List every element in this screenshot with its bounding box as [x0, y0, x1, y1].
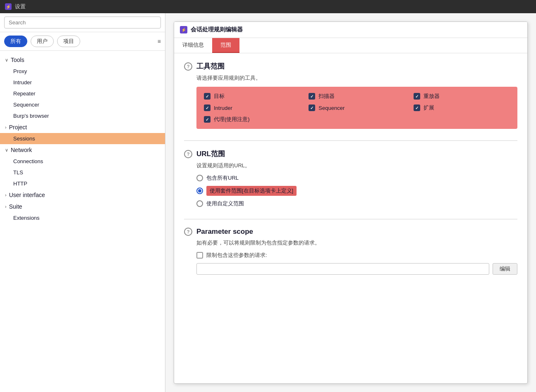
param-scope-checkbox-row[interactable]: 限制包含这些参数的请求:: [196, 252, 517, 259]
nav-item-sessions[interactable]: Sessions: [0, 133, 165, 144]
url-scope-desc: 设置规则适用的URL。: [196, 162, 517, 169]
filter-bar: 所有 用户 项目 ≡: [0, 32, 165, 51]
checkbox-proxy[interactable]: 代理(使用注意): [204, 116, 300, 123]
main-layout: 所有 用户 项目 ≡ ∨ Tools Proxy Intruder Repeat…: [0, 13, 536, 392]
filter-all-button[interactable]: 所有: [4, 36, 27, 47]
checkbox-sequencer-box[interactable]: [309, 105, 315, 111]
nav-item-burps-browser[interactable]: Burp's browser: [0, 110, 165, 121]
checkbox-repeater-label: 重放器: [424, 93, 440, 100]
dialog-title: 会话处理规则编辑器: [191, 26, 243, 33]
app-icon: ⚡: [5, 3, 12, 10]
checkbox-proxy-box[interactable]: [204, 116, 211, 123]
radio-all-url-circle[interactable]: [196, 175, 203, 181]
dialog-body: ? 工具范围 请选择要应用规则的工具。 目标 扫描器: [174, 53, 527, 383]
checkbox-sequencer[interactable]: Sequencer: [309, 104, 405, 112]
title-bar: ⚡ 设置: [0, 0, 536, 13]
checkbox-target-box[interactable]: [204, 93, 211, 100]
checkbox-sequencer-label: Sequencer: [318, 105, 345, 111]
param-scope-checkbox-label: 限制包含这些参数的请求:: [206, 252, 267, 259]
project-arrow-icon: ›: [5, 125, 7, 130]
param-scope-content: 限制包含这些参数的请求: 编辑: [196, 252, 517, 275]
param-scope-title: Parameter scope: [196, 228, 253, 236]
radio-suite-scope-label: 使用套件范围[在目标选项卡上定义]: [206, 186, 297, 196]
suite-label: Suite: [9, 203, 22, 210]
checkbox-target[interactable]: 目标: [204, 93, 300, 100]
radio-custom-scope-label: 使用自定义范围: [206, 200, 244, 207]
tab-scope[interactable]: 范围: [212, 38, 239, 53]
tool-scope-grid: 目标 扫描器 重放器 Intruder: [196, 87, 517, 129]
network-label: Network: [11, 147, 32, 153]
checkbox-scanner-box[interactable]: [309, 93, 315, 100]
dialog-tabs: 详细信息 范围: [174, 38, 527, 53]
radio-all-url[interactable]: 包含所有URL: [196, 174, 517, 182]
nav-list: ∨ Tools Proxy Intruder Repeater Sequence…: [0, 51, 165, 392]
dialog-titlebar: ⚡ 会话处理规则编辑器: [174, 22, 527, 38]
url-scope-section: ? URL范围 设置规则适用的URL。 包含所有URL 使用套件范围[在目标选项…: [184, 149, 517, 207]
checkbox-repeater-box[interactable]: [414, 93, 420, 100]
nav-group-network[interactable]: ∨ Network: [0, 144, 165, 156]
radio-suite-scope-circle[interactable]: [196, 188, 203, 194]
tools-arrow-icon: ∨: [5, 57, 8, 63]
nav-group-user-interface[interactable]: › User interface: [0, 189, 165, 201]
param-scope-desc: 如有必要，可以将规则限制为包含指定参数的请求。: [196, 239, 517, 247]
checkbox-intruder-label: Intruder: [214, 105, 232, 111]
app-title: 设置: [15, 3, 26, 10]
checkbox-scanner[interactable]: 扫描器: [309, 93, 405, 100]
dialog-icon: ⚡: [180, 26, 187, 33]
search-box: [0, 13, 165, 32]
nav-group-tools[interactable]: ∨ Tools: [0, 54, 165, 66]
param-scope-section: ? Parameter scope 如有必要，可以将规则限制为包含指定参数的请求…: [184, 228, 517, 275]
param-scope-checkbox[interactable]: [196, 252, 203, 259]
checkbox-extensions-box[interactable]: [414, 105, 420, 111]
url-scope-title: URL范围: [196, 149, 225, 159]
url-scope-header: ? URL范围: [184, 149, 517, 159]
nav-item-tls[interactable]: TLS: [0, 167, 165, 178]
radio-suite-scope[interactable]: 使用套件范围[在目标选项卡上定义]: [196, 186, 517, 196]
param-scope-edit-button[interactable]: 编辑: [493, 263, 517, 275]
divider-1: [184, 140, 517, 141]
param-scope-input-row: 编辑: [196, 263, 517, 275]
radio-custom-scope-circle[interactable]: [196, 200, 203, 207]
tab-details[interactable]: 详细信息: [174, 38, 212, 53]
checkbox-extensions[interactable]: 扩展: [414, 104, 510, 112]
nav-item-connections[interactable]: Connections: [0, 156, 165, 167]
checkbox-intruder[interactable]: Intruder: [204, 104, 300, 112]
filter-user-button[interactable]: 用户: [31, 36, 54, 47]
url-scope-help-icon[interactable]: ?: [184, 150, 192, 158]
tool-scope-desc: 请选择要应用规则的工具。: [196, 74, 517, 82]
ui-label: User interface: [9, 192, 45, 198]
radio-custom-scope[interactable]: 使用自定义范围: [196, 200, 517, 207]
nav-group-project[interactable]: › Project: [0, 121, 165, 133]
content-area: ⚡ 会话处理规则编辑器 详细信息 范围 ? 工具范围 请选择要应用规则的工具。: [165, 13, 536, 392]
sort-icon[interactable]: ≡: [158, 38, 161, 45]
checkbox-proxy-label: 代理(使用注意): [214, 116, 250, 123]
param-scope-input[interactable]: [196, 263, 489, 275]
checkbox-repeater[interactable]: 重放器: [414, 93, 510, 100]
search-input[interactable]: [4, 17, 161, 29]
divider-2: [184, 219, 517, 219]
nav-group-suite[interactable]: › Suite: [0, 201, 165, 212]
nav-item-sequencer[interactable]: Sequencer: [0, 99, 165, 110]
tool-scope-help-icon[interactable]: ?: [184, 62, 192, 71]
ui-arrow-icon: ›: [5, 192, 7, 197]
checkbox-intruder-box[interactable]: [204, 105, 211, 111]
filter-project-button[interactable]: 项目: [57, 36, 80, 47]
checkbox-scanner-label: 扫描器: [318, 93, 335, 100]
project-label: Project: [9, 124, 27, 131]
param-scope-help-icon[interactable]: ?: [184, 228, 192, 236]
sidebar: 所有 用户 项目 ≡ ∨ Tools Proxy Intruder Repeat…: [0, 13, 165, 392]
nav-item-proxy[interactable]: Proxy: [0, 66, 165, 77]
tool-scope-title: 工具范围: [196, 62, 225, 71]
checkbox-target-label: 目标: [214, 93, 225, 100]
network-arrow-icon: ∨: [5, 147, 8, 153]
nav-item-intruder[interactable]: Intruder: [0, 77, 165, 88]
tool-scope-header: ? 工具范围: [184, 62, 517, 71]
suite-arrow-icon: ›: [5, 204, 7, 209]
nav-item-extensions[interactable]: Extensions: [0, 212, 165, 223]
radio-all-url-label: 包含所有URL: [206, 174, 239, 182]
checkbox-extensions-label: 扩展: [424, 104, 434, 112]
nav-item-repeater[interactable]: Repeater: [0, 88, 165, 99]
dialog: ⚡ 会话处理规则编辑器 详细信息 范围 ? 工具范围 请选择要应用规则的工具。: [174, 21, 528, 384]
url-scope-radio-group: 包含所有URL 使用套件范围[在目标选项卡上定义] 使用自定义范围: [196, 174, 517, 207]
nav-item-http[interactable]: HTTP: [0, 178, 165, 189]
